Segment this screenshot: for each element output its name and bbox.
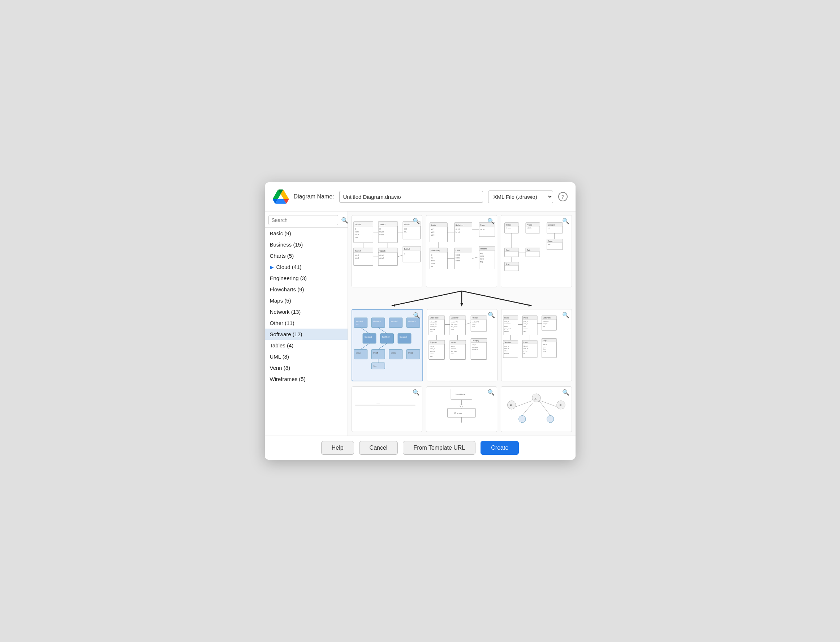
template-card-erd2[interactable]: 🔍 Entity attr1 attr2 attr3 Relation p bbox=[426, 215, 497, 287]
template-card-db1[interactable]: 🔍 OrderTable order_id PK cust_id FK prod… bbox=[427, 309, 497, 381]
svg-text:user_id: user_id bbox=[523, 323, 528, 325]
svg-line-161 bbox=[378, 327, 387, 333]
svg-point-288 bbox=[547, 415, 554, 422]
sidebar-item-wireframes[interactable]: Wireframes (5) bbox=[265, 373, 348, 384]
svg-text:Module D: Module D bbox=[408, 321, 416, 323]
sidebar-item-business[interactable]: Business (15) bbox=[265, 239, 348, 250]
svg-text:Worker: Worker bbox=[505, 224, 511, 226]
template-card-network[interactable]: 🔍 🖥 ☁ 🖥 bbox=[501, 386, 572, 432]
svg-text:address: address bbox=[430, 350, 435, 352]
svg-marker-277 bbox=[460, 405, 463, 409]
zoom-icon-2[interactable]: 🔍 bbox=[487, 217, 495, 224]
help-button[interactable]: Help bbox=[321, 441, 354, 455]
sidebar-item-other[interactable]: Other (11) bbox=[265, 318, 348, 329]
from-template-url-button[interactable]: From Template URL bbox=[403, 441, 476, 455]
template-preview-software: Module A attr1 Module B Module C Module … bbox=[352, 310, 422, 375]
svg-text:price: price bbox=[472, 326, 475, 327]
sidebar-item-maps[interactable]: Maps (5) bbox=[265, 295, 348, 306]
diagram-name-label: Diagram Name: bbox=[294, 193, 334, 200]
svg-rect-152 bbox=[371, 349, 385, 359]
svg-text:pk_id: pk_id bbox=[456, 229, 460, 230]
sidebar-item-uml[interactable]: UML (8) bbox=[265, 351, 348, 362]
svg-text:key: key bbox=[480, 253, 483, 255]
svg-text:Dept: Dept bbox=[505, 250, 510, 251]
svg-text:Type: Type bbox=[480, 224, 485, 226]
svg-text:DataD: DataD bbox=[408, 352, 413, 354]
create-button[interactable]: Create bbox=[481, 441, 519, 455]
svg-text:user_id: user_id bbox=[504, 347, 509, 349]
svg-text:slug: slug bbox=[543, 348, 545, 350]
template-preview-db2: Users user_id username email pass_hash c… bbox=[502, 310, 571, 374]
svg-text:Table3: Table3 bbox=[404, 224, 410, 225]
svg-text:DataC: DataC bbox=[390, 352, 396, 354]
svg-text:task: task bbox=[548, 244, 550, 245]
svg-text:Comments: Comments bbox=[543, 317, 551, 319]
zoom-icon-9[interactable]: 🔍 bbox=[562, 389, 570, 396]
svg-text:prod_id PK: prod_id PK bbox=[472, 321, 479, 323]
sidebar-item-cloud[interactable]: ▶ Cloud (41) bbox=[265, 261, 348, 272]
sidebar: 🔍 Basic (9) Business (15) Charts (5) ▶ C… bbox=[265, 211, 348, 436]
file-type-select[interactable]: XML File (.drawio) XML File (.xml) HTML … bbox=[488, 191, 553, 203]
svg-text:Tags: Tags bbox=[543, 340, 547, 342]
sidebar-item-software[interactable]: Software (12) bbox=[265, 329, 348, 340]
zoom-icon-8[interactable]: 🔍 bbox=[487, 389, 495, 396]
sidebar-item-basic[interactable]: Basic (9) bbox=[265, 228, 348, 239]
svg-line-133 bbox=[462, 291, 530, 305]
svg-text:date: date bbox=[354, 237, 358, 238]
template-card-db2[interactable]: 🔍 Users user_id username email pass_hash… bbox=[501, 309, 572, 381]
svg-text:Table5: Table5 bbox=[379, 250, 385, 252]
svg-text:created: created bbox=[504, 331, 509, 332]
search-button[interactable]: 🔍 bbox=[340, 216, 348, 224]
diagram-name-input[interactable] bbox=[339, 191, 483, 203]
template-card-blank[interactable]: 🔍 — bbox=[351, 386, 423, 432]
svg-text:OrderTable: OrderTable bbox=[430, 317, 438, 319]
svg-text:code: code bbox=[431, 263, 435, 264]
svg-text:product_id: product_id bbox=[430, 326, 436, 327]
svg-rect-135 bbox=[354, 318, 367, 327]
svg-text:Relation: Relation bbox=[456, 224, 463, 226]
zoom-icon-7[interactable]: 🔍 bbox=[413, 389, 420, 396]
search-input[interactable] bbox=[269, 215, 338, 225]
svg-text:order_id PK: order_id PK bbox=[430, 321, 437, 323]
sidebar-item-engineering[interactable]: Engineering (3) bbox=[265, 272, 348, 284]
template-card-flowchart[interactable]: 🔍 Start Node Process bbox=[426, 386, 497, 432]
zoom-icon-1[interactable]: 🔍 bbox=[413, 217, 420, 224]
svg-text:x: x bbox=[404, 253, 405, 255]
sidebar-item-venn[interactable]: Venn (8) bbox=[265, 362, 348, 373]
svg-text:name: name bbox=[543, 346, 546, 348]
svg-text:attr1: attr1 bbox=[356, 324, 358, 325]
svg-text:id: id bbox=[431, 254, 432, 256]
svg-text:ref: ref bbox=[431, 266, 433, 268]
svg-text:paid: paid bbox=[450, 353, 453, 355]
svg-rect-156 bbox=[406, 349, 420, 359]
svg-text:ship_id: ship_id bbox=[430, 345, 434, 347]
zoom-icon-5[interactable]: 🔍 bbox=[488, 311, 495, 318]
svg-text:ts: ts bbox=[523, 352, 524, 354]
svg-text:inv_id: inv_id bbox=[450, 345, 454, 347]
svg-text:id: id bbox=[354, 228, 356, 230]
svg-text:Table1: Table1 bbox=[354, 224, 361, 225]
sidebar-item-tables[interactable]: Tables (4) bbox=[265, 340, 348, 351]
zoom-icon-6[interactable]: 🔍 bbox=[562, 311, 570, 318]
svg-line-160 bbox=[361, 327, 369, 333]
template-card-erd3[interactable]: 🔍 Worker id, name Project pid, title bbox=[501, 215, 572, 287]
svg-text:content: content bbox=[523, 328, 529, 330]
cancel-button[interactable]: Cancel bbox=[359, 441, 398, 455]
sidebar-item-flowcharts[interactable]: Flowcharts (9) bbox=[265, 284, 348, 295]
template-card-erd1[interactable]: 🔍 Table1 id name value date bbox=[351, 215, 423, 287]
templates-row-2: 🔍 Module A attr1 Module B Module C Modul… bbox=[351, 309, 572, 381]
template-card-software-selected[interactable]: 🔍 Module A attr1 Module B Module C Modul… bbox=[351, 309, 423, 381]
svg-text:cat_id: cat_id bbox=[472, 344, 476, 345]
arrows-svg bbox=[351, 289, 572, 307]
zoom-icon-3[interactable]: 🔍 bbox=[562, 217, 570, 224]
svg-text:pass_hash: pass_hash bbox=[504, 328, 511, 330]
svg-rect-272 bbox=[355, 405, 415, 405]
help-circle-icon[interactable]: ? bbox=[558, 192, 568, 201]
svg-text:last_name: last_name bbox=[450, 326, 457, 327]
sidebar-item-charts[interactable]: Charts (5) bbox=[265, 250, 348, 261]
svg-text:Record: Record bbox=[480, 248, 487, 250]
zoom-icon-4[interactable]: 🔍 bbox=[413, 312, 420, 319]
svg-text:Users: Users bbox=[504, 317, 509, 319]
sidebar-item-network[interactable]: Network (13) bbox=[265, 306, 348, 318]
svg-line-214 bbox=[465, 323, 471, 324]
